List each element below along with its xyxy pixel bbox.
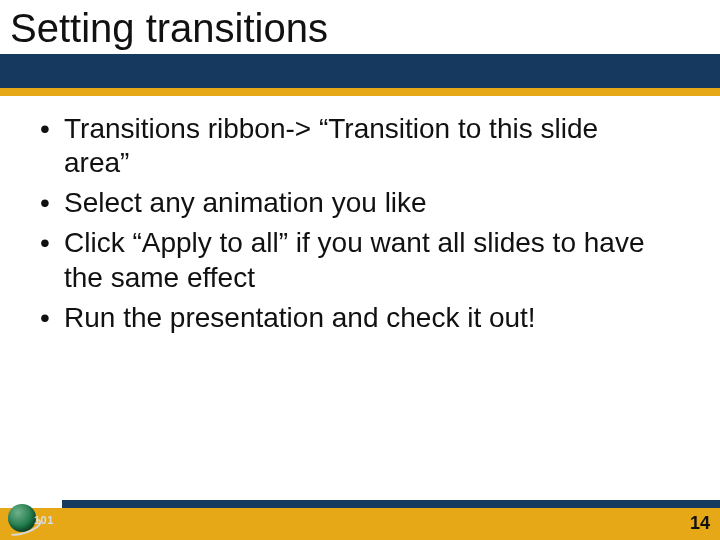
footer: 101 14 xyxy=(0,494,720,540)
title-area: Setting transitions xyxy=(0,0,720,96)
footer-gold-bar xyxy=(0,508,720,540)
page-number: 14 xyxy=(690,513,710,534)
title-accent-stripe xyxy=(0,88,720,96)
slide: Setting transitions Transitions ribbon->… xyxy=(0,0,720,540)
bullet-item: Click “Apply to all” if you want all sli… xyxy=(36,226,660,294)
bullet-item: Transitions ribbon-> “Transition to this… xyxy=(36,112,660,180)
title-bar xyxy=(0,54,720,88)
bullet-item: Select any animation you like xyxy=(36,186,660,220)
slide-title: Setting transitions xyxy=(10,6,328,51)
logo: 101 xyxy=(6,500,58,538)
bullet-list: Transitions ribbon-> “Transition to this… xyxy=(36,112,660,335)
bullet-item: Run the presentation and check it out! xyxy=(36,301,660,335)
logo-text: 101 xyxy=(34,514,54,526)
body-content: Transitions ribbon-> “Transition to this… xyxy=(36,112,660,341)
